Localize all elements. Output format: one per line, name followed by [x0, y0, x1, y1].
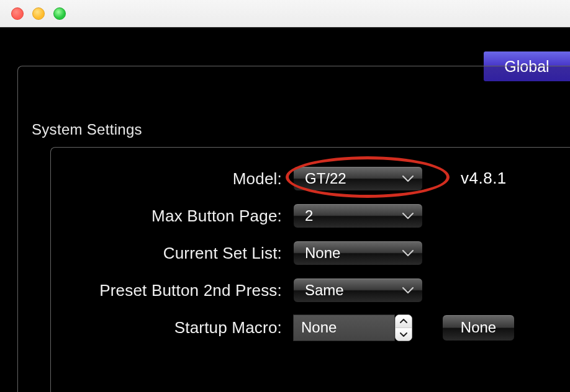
chevron-down-icon [402, 212, 414, 220]
row-startup-macro: Startup Macro: None None [51, 313, 570, 342]
chevron-down-icon [402, 175, 414, 182]
chevron-down-icon [402, 287, 414, 294]
content-area: Global System Settings Model: GT/22 v4.8… [0, 27, 570, 392]
chevron-down-icon [402, 249, 414, 257]
row-model: Model: GT/22 v4.8.1 [51, 164, 570, 194]
model-dropdown[interactable]: GT/22 [293, 166, 423, 191]
stepper-down-button[interactable] [396, 327, 412, 341]
system-settings-box: Model: GT/22 v4.8.1 Max Button Page: 2 [50, 147, 570, 392]
row-max-button-page: Max Button Page: 2 [51, 201, 570, 231]
section-title: System Settings [32, 121, 142, 138]
settings-panel: System Settings Model: GT/22 v4.8.1 Max [17, 66, 570, 392]
label-model: Model: [51, 169, 293, 189]
startup-macro-field[interactable]: None [293, 314, 395, 341]
current-set-list-dropdown[interactable]: None [293, 241, 423, 265]
current-set-list-value: None [305, 244, 340, 262]
row-preset-2nd-press: Preset Button 2nd Press: Same [51, 275, 570, 305]
label-max-button-page: Max Button Page: [51, 207, 293, 226]
row-current-set-list: Current Set List: None [51, 238, 570, 268]
stepper-up-button[interactable] [396, 315, 412, 327]
label-current-set-list: Current Set List: [51, 244, 293, 263]
startup-macro-stepper[interactable] [395, 314, 412, 341]
window-minimize-button[interactable] [32, 7, 45, 20]
version-label: v4.8.1 [461, 169, 507, 188]
titlebar [0, 0, 570, 27]
startup-macro-none-button[interactable]: None [442, 314, 515, 341]
model-dropdown-value: GT/22 [305, 170, 346, 187]
startup-macro-value: None [301, 319, 337, 336]
label-preset-2nd-press: Preset Button 2nd Press: [34, 281, 293, 300]
preset-2nd-press-value: Same [305, 282, 344, 299]
window-close-button[interactable] [11, 7, 24, 20]
preset-2nd-press-dropdown[interactable]: Same [293, 278, 423, 303]
max-button-page-dropdown[interactable]: 2 [293, 203, 423, 228]
window-maximize-button[interactable] [53, 7, 66, 20]
max-button-page-value: 2 [305, 207, 313, 225]
window: Global System Settings Model: GT/22 v4.8… [0, 0, 570, 392]
startup-macro-none-button-label: None [461, 319, 496, 336]
label-startup-macro: Startup Macro: [51, 318, 293, 337]
